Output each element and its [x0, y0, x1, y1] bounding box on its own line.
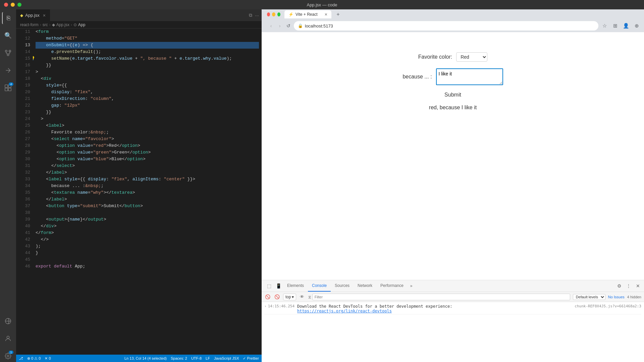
source-control-icon[interactable]	[2, 47, 14, 59]
breadcrumb-filename[interactable]: App.jsx	[56, 22, 69, 27]
code-line-16: }}	[36, 62, 259, 69]
devtools-tab-performance[interactable]: Performance	[376, 280, 408, 292]
devtools-settings-icon[interactable]: ⚙	[616, 283, 623, 289]
settings-icon[interactable]: 1	[2, 350, 14, 362]
devtools-device-icon[interactable]: 📱	[276, 283, 281, 289]
account-icon[interactable]	[2, 333, 14, 345]
eol[interactable]: LF	[206, 356, 210, 360]
back-button[interactable]: ‹	[267, 22, 275, 30]
branch-status[interactable]: ⎇	[19, 356, 23, 361]
status-right: Ln 13, Col 14 (4 selected) Spaces: 2 UTF…	[124, 356, 259, 361]
maximize-button[interactable]	[17, 3, 21, 7]
top-select[interactable]: top ▾	[283, 294, 296, 300]
code-editor[interactable]: 11 12 13 14 15 16 17 18 19 20 21 22 23 2…	[16, 28, 262, 355]
code-line-15: 💡 setName(e.target.favcolor.value + ", b…	[36, 55, 259, 62]
extensions-icon[interactable]: 4	[2, 82, 14, 94]
svg-rect-6	[8, 88, 11, 91]
code-line-27: <select name="favcolor">	[36, 136, 259, 142]
status-left: ⎇ ⊗ 0 ⚠ 0 ✕ 0	[19, 356, 51, 361]
code-line-30: <option value="blue">Blue</option>	[36, 156, 259, 163]
editor-area: ◆ App.jsx × ⧉ ··· react-form › src › ◆	[16, 9, 262, 362]
files-icon[interactable]: ⎘	[2, 12, 14, 24]
breadcrumb-symbol-icon: ⊙	[73, 22, 77, 27]
devtools-tab-elements[interactable]: Elements	[283, 280, 308, 292]
favcolor-select[interactable]: Red Green Blue	[456, 52, 487, 62]
browser-tab-vite[interactable]: ⚡ Vite + React ×	[284, 10, 331, 18]
breadcrumb-symbol[interactable]: App	[78, 22, 85, 27]
react-devtools-link[interactable]: https://reactjs.org/link/react-devtools	[297, 309, 392, 313]
tab-close-button[interactable]: ×	[43, 13, 46, 18]
vite-tab-icon: ⚡	[288, 12, 293, 17]
code-line-26: Favorite color:&nbsp;;	[36, 129, 259, 136]
filter-funnel-icon: ⧖	[308, 295, 311, 299]
filter-icon[interactable]: 🚫	[274, 294, 280, 300]
sources-tab-label: Sources	[335, 283, 350, 288]
devtools-tab-console[interactable]: Console	[308, 280, 331, 292]
browser-min-btn[interactable]	[272, 12, 275, 16]
charset[interactable]: UTF-8	[191, 356, 202, 360]
code-line-17: >	[36, 69, 259, 75]
code-line-13: onSubmit={(e) => {	[36, 42, 259, 49]
zoom-icon[interactable]: ⊕	[632, 21, 641, 31]
svg-point-8	[7, 336, 9, 339]
code-line-37: <button type="submit">Submit</button>	[36, 203, 259, 209]
code-line-22: gap: "12px"	[36, 102, 259, 109]
devtools: ⬚ 📱 Elements Console Sources Network	[262, 280, 644, 362]
output-text: red, because I like it	[429, 105, 477, 111]
search-icon[interactable]: 🔍	[2, 29, 14, 42]
refresh-button[interactable]: ↺	[284, 22, 292, 30]
console-line-1: › 14:15:46.254 Download the React DevToo…	[264, 303, 641, 314]
remote-icon[interactable]	[2, 315, 14, 327]
devtools-tab-network[interactable]: Network	[354, 280, 376, 292]
submit-button[interactable]: Submit	[444, 92, 461, 98]
close-button[interactable]	[4, 3, 8, 7]
browser-tab-title: Vite + React	[296, 12, 317, 17]
eye-icon[interactable]: 👁	[299, 294, 306, 300]
more-actions-icon[interactable]: ···	[255, 13, 259, 18]
browser-tab-close[interactable]: ×	[325, 12, 327, 17]
clear-console-icon[interactable]: 🚫	[264, 294, 271, 300]
lightbulb-icon[interactable]: 💡	[33, 55, 35, 62]
tab-actions: ⧉ ···	[246, 9, 262, 21]
address-bar[interactable]: 🔒 localhost:5173	[294, 21, 598, 31]
profile-icon[interactable]: 👤	[621, 21, 631, 31]
devtools-more-tabs[interactable]: »	[408, 280, 415, 292]
svg-rect-5	[5, 88, 8, 91]
editor-scrollbar[interactable]	[259, 28, 262, 355]
indentation[interactable]: Spaces: 2	[171, 356, 187, 360]
breadcrumb-react-form[interactable]: react-form	[20, 22, 39, 27]
code-line-44: }	[36, 250, 259, 256]
top-select-label: top	[285, 295, 291, 299]
devtools-inspect-icon[interactable]: ⬚	[267, 283, 271, 289]
performance-tab-label: Performance	[380, 283, 404, 288]
cursor-position[interactable]: Ln 13, Col 14 (4 selected)	[124, 356, 167, 360]
code-line-18: <div	[36, 75, 259, 82]
browser-max-btn[interactable]	[277, 12, 280, 16]
devtools-close-icon[interactable]: ✕	[635, 283, 641, 289]
address-bar-row: ‹ › ↺ 🔒 localhost:5173 ☆ ⊞ 👤 ⊕	[262, 19, 644, 32]
code-line-39: <output>{name}</output>	[36, 216, 259, 223]
filter-input[interactable]	[312, 294, 570, 300]
browser-close-btn[interactable]	[267, 12, 270, 16]
devtools-more-icon[interactable]: ⋮	[625, 283, 632, 289]
devtools-tab-sources[interactable]: Sources	[331, 280, 354, 292]
split-editor-icon[interactable]: ⧉	[249, 12, 252, 18]
formatter[interactable]: ✓ Prettier	[243, 356, 259, 361]
no-sync-icon[interactable]: ✕ 0	[45, 356, 51, 361]
extensions-badge: 4	[9, 82, 13, 86]
new-tab-button[interactable]: +	[334, 10, 342, 18]
errors-warnings[interactable]: ⊗ 0 ⚠ 0	[27, 356, 41, 361]
minimize-button[interactable]	[11, 3, 15, 7]
language-mode[interactable]: JavaScript JSX	[214, 356, 239, 360]
forward-button[interactable]: ›	[276, 22, 284, 30]
extensions-browser-icon[interactable]: ⊞	[610, 21, 620, 31]
bookmark-icon[interactable]: ☆	[600, 21, 609, 31]
code-line-20: display: "flex",	[36, 89, 259, 96]
log-level-select[interactable]: Default levels Verbose Info Warnings Err…	[573, 294, 605, 300]
why-textarea[interactable]: I like it	[436, 68, 503, 85]
app-jsx-tab[interactable]: ◆ App.jsx ×	[16, 9, 50, 21]
debug-run-icon[interactable]	[2, 64, 14, 76]
breadcrumb: react-form › src › ◆ App.jsx › ⊙ App	[16, 21, 262, 28]
breadcrumb-src[interactable]: src	[43, 22, 48, 27]
elements-tab-label: Elements	[287, 283, 304, 288]
